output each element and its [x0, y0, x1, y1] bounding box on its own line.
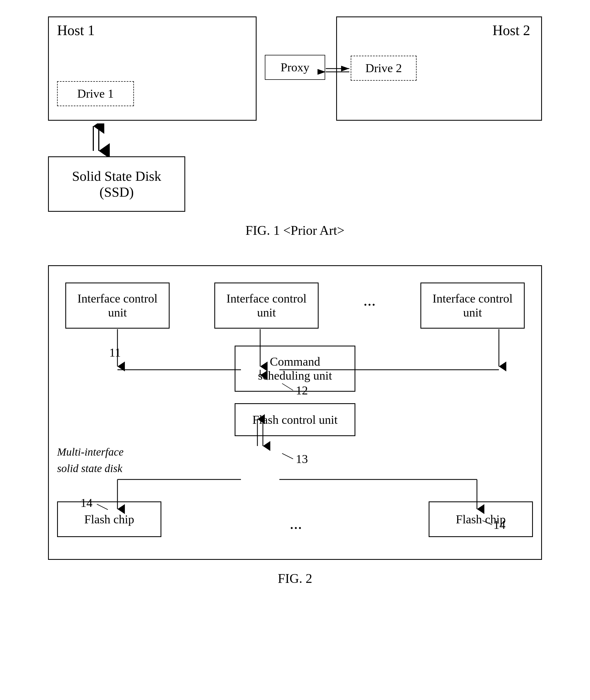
fig1-upper-area: Host 1 Drive 1 Proxy Host 2 Drive 2 — [48, 16, 542, 123]
fcu-wrapper: Flash control unit — [234, 403, 356, 436]
fig1-caption: FIG. 1 <Prior Art> — [245, 223, 345, 238]
label-11: 11 — [109, 346, 121, 360]
fig2-caption: FIG. 2 — [278, 571, 312, 586]
fig1-ssd-row: Solid State Disk (SSD) — [48, 156, 542, 212]
ssd-box: Solid State Disk (SSD) — [48, 156, 185, 212]
flash-chip-left-wrapper: Flash chip — [57, 501, 161, 537]
fig2-top-row: Interface control unit Interface control… — [65, 282, 525, 329]
svg-line-29 — [282, 453, 293, 459]
multi-interface-label: Multi-interface solid state disk — [57, 444, 123, 477]
flash-chip-right: Flash chip — [429, 501, 533, 537]
fig1-vertical-arrow-area — [48, 123, 542, 156]
fig1-arrows-svg — [48, 16, 542, 123]
fcu-box: Flash control unit — [234, 403, 356, 436]
icu-box-center: Interface control unit — [214, 282, 319, 329]
icu-box-left: Interface control unit — [65, 282, 170, 329]
flash-chip-left: Flash chip — [57, 501, 161, 537]
fig1-container: Host 1 Drive 1 Proxy Host 2 Drive 2 — [22, 16, 568, 238]
fig2-container: Multi-interface solid state disk 11 Inte… — [22, 265, 568, 586]
svg-text:...: ... — [290, 514, 302, 533]
svg-text:13: 13 — [296, 452, 308, 466]
icu-box-right: Interface control unit — [420, 282, 525, 329]
csu-box: Command scheduling unit — [234, 346, 356, 392]
csu-wrapper: Command scheduling unit — [234, 346, 356, 392]
flash-chip-right-wrapper: Flash chip — [429, 501, 533, 537]
ssd-label: Solid State Disk (SSD) — [72, 168, 161, 200]
ellipsis-label: ... — [363, 282, 376, 310]
fig2-outer-box: Multi-interface solid state disk 11 Inte… — [48, 265, 542, 560]
fig1-vertical-arrow-svg — [48, 123, 158, 156]
